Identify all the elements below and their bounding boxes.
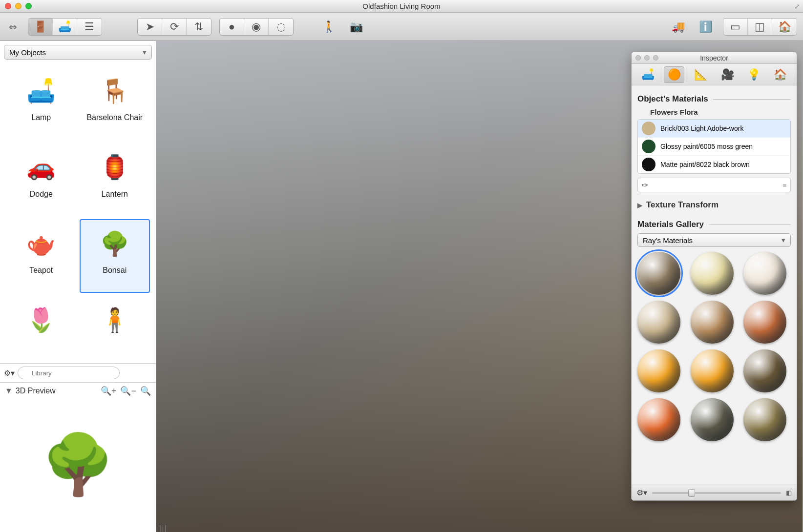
- inspector-close-button[interactable]: [635, 55, 641, 61]
- material-sphere[interactable]: [743, 252, 786, 295]
- import-model-button[interactable]: 🚚: [668, 20, 688, 33]
- window-title: Oldfashion Living Room: [362, 2, 440, 10]
- preview-zoom-fit-button[interactable]: 🔍: [140, 386, 151, 396]
- object-thumbnail-icon: 🏮: [93, 148, 137, 187]
- preview-zoom-out-button[interactable]: 🔍−: [120, 386, 136, 396]
- stop-button[interactable]: ◌: [269, 19, 293, 35]
- inspector-tab-lighting[interactable]: 💡: [743, 66, 764, 83]
- preview-viewport[interactable]: 🌳: [4, 401, 152, 528]
- object-label: Lantern: [102, 190, 128, 199]
- object-cell[interactable]: 🚗Dodge: [6, 143, 77, 217]
- preview-disclosure-toggle[interactable]: ▼: [5, 387, 13, 395]
- gallery-dropdown-label: Ray's Materials: [643, 236, 693, 245]
- material-sphere[interactable]: [691, 301, 734, 344]
- material-row[interactable]: Brick/003 Light Adobe-work: [638, 120, 790, 138]
- preview-object-icon: 🌳: [42, 430, 115, 499]
- object-label: Lamp: [31, 113, 51, 122]
- picker-menu-icon[interactable]: ≡: [782, 182, 786, 189]
- material-row[interactable]: Glossy paint/6005 moss green: [638, 138, 790, 156]
- 3d-view-button[interactable]: 🏠: [772, 19, 797, 35]
- material-swatch-icon: [642, 140, 655, 153]
- object-cell[interactable]: 🫖Teapot: [6, 219, 77, 293]
- gallery-zoom-slider[interactable]: [652, 492, 781, 494]
- object-cell[interactable]: 🌳Bonsai: [80, 219, 150, 293]
- move-tool[interactable]: ⇅: [187, 19, 211, 35]
- record-button[interactable]: ●: [220, 19, 244, 35]
- inspector-zoom-button[interactable]: [653, 55, 658, 61]
- object-label: Dodge: [30, 190, 53, 199]
- inspector-tab-object[interactable]: 🛋️: [637, 66, 658, 83]
- inspector-minimize-button[interactable]: [644, 55, 650, 61]
- object-thumbnail-icon: 🫖: [19, 224, 63, 263]
- texture-transform-toggle[interactable]: ▶ Texture Transform: [637, 197, 791, 213]
- materials-gallery-heading: Materials Gallery: [637, 220, 704, 229]
- view-mode-group: ▭ ◫ 🏠: [723, 18, 797, 36]
- close-window-button[interactable]: [5, 3, 11, 9]
- library-search-input[interactable]: [18, 367, 120, 379]
- object-thumbnail-icon: 🚗: [19, 148, 63, 187]
- toggle-sidebar-button[interactable]: ⇔: [6, 21, 20, 33]
- furniture-library-tab[interactable]: 🚪: [28, 19, 53, 35]
- materials-gallery-dropdown[interactable]: Ray's Materials ▾: [637, 233, 791, 247]
- chevron-down-icon: ▾: [782, 236, 785, 245]
- material-picker-row[interactable]: ✑ ≡: [637, 178, 791, 192]
- inspector-tab-material[interactable]: 🟠: [664, 66, 684, 83]
- walkthrough-button[interactable]: 🚶: [319, 20, 338, 33]
- object-label: Bonsai: [103, 266, 127, 275]
- seating-library-tab[interactable]: 🛋️: [53, 19, 77, 35]
- minimize-window-button[interactable]: [15, 3, 21, 9]
- zoom-window-button[interactable]: [25, 3, 32, 9]
- list-library-tab[interactable]: ☰: [77, 19, 102, 35]
- material-sphere[interactable]: [637, 252, 680, 295]
- object-cell[interactable]: 🪑Barselona Chair: [80, 66, 150, 140]
- rotate-tool[interactable]: ⟳: [162, 19, 187, 35]
- material-swatch-icon: [642, 122, 655, 135]
- preview-zoom-in-button[interactable]: 🔍+: [101, 386, 117, 396]
- object-thumbnail-icon: 🌷: [19, 301, 63, 340]
- selected-object-name: Flowers Flora: [650, 108, 791, 116]
- snapshot-button[interactable]: 📷: [346, 20, 366, 33]
- object-cell[interactable]: 🏮Lantern: [80, 143, 150, 217]
- inspector-settings-button[interactable]: ⚙︎▾: [636, 488, 647, 497]
- material-row[interactable]: Matte paint/8022 black brown: [638, 156, 790, 173]
- object-cell[interactable]: 🛋️Lamp: [6, 66, 77, 140]
- object-thumbnail-icon: 🌳: [93, 224, 137, 263]
- material-sphere[interactable]: [691, 398, 734, 441]
- material-sphere[interactable]: [743, 398, 786, 441]
- preview-section: ▼ 3D Preview 🔍+ 🔍− 🔍 🌳: [0, 382, 156, 532]
- object-thumbnail-icon: 🧍: [93, 301, 137, 340]
- object-cell[interactable]: 🌷: [6, 296, 77, 361]
- objects-category-dropdown[interactable]: My Objects ▾: [4, 45, 152, 60]
- material-sphere[interactable]: [691, 252, 734, 295]
- material-sphere[interactable]: [637, 301, 680, 344]
- inspector-titlebar[interactable]: Inspector: [632, 52, 797, 64]
- sidebar-settings-button[interactable]: ⚙︎▾: [4, 368, 15, 378]
- objects-sidebar: My Objects ▾ 🛋️Lamp🪑Barselona Chair🚗Dodg…: [0, 41, 156, 532]
- 2d-plan-view-button[interactable]: ▭: [723, 19, 748, 35]
- sphere-render-button[interactable]: ◉: [244, 19, 269, 35]
- material-sphere[interactable]: [743, 349, 786, 392]
- material-swatch-icon: [642, 158, 655, 171]
- materials-list: Brick/003 Light Adobe-workGlossy paint/6…: [637, 119, 791, 174]
- select-tool[interactable]: ➤: [138, 19, 162, 35]
- split-view-button[interactable]: ◫: [748, 19, 772, 35]
- inspector-title: Inspector: [700, 54, 728, 62]
- disclosure-triangle-icon: ▶: [637, 202, 642, 209]
- library-mode-group: 🚪 🛋️ ☰: [28, 18, 102, 36]
- material-sphere[interactable]: [743, 301, 786, 344]
- fullscreen-button[interactable]: ⤢: [794, 2, 800, 10]
- slider-thumb[interactable]: [688, 489, 695, 497]
- object-cell[interactable]: 🧍: [80, 296, 150, 361]
- info-button[interactable]: ℹ️: [696, 20, 715, 33]
- inspector-tab-measure[interactable]: 📐: [691, 66, 711, 83]
- inspector-tab-camera[interactable]: 🎥: [717, 66, 738, 83]
- material-sphere[interactable]: [691, 349, 734, 392]
- material-label: Matte paint/8022 black brown: [660, 161, 750, 169]
- object-thumbnail-icon: 🪑: [93, 71, 137, 110]
- inspector-tab-house[interactable]: 🏠: [770, 66, 791, 83]
- inspector-panel: Inspector 🛋️🟠📐🎥💡🏠 Object's Materials Flo…: [631, 52, 797, 501]
- material-sphere[interactable]: [637, 398, 680, 441]
- splitter-handle[interactable]: |||: [159, 524, 168, 532]
- eyedropper-icon[interactable]: ✑: [642, 181, 648, 190]
- material-sphere[interactable]: [637, 349, 680, 392]
